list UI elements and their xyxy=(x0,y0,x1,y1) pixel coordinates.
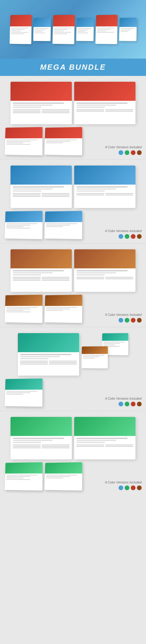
pm-line xyxy=(6,392,30,393)
persp-mockup-5b-body xyxy=(45,473,82,480)
fm-line xyxy=(77,442,105,443)
persp-mockup-1b xyxy=(44,127,82,156)
fm-col-line xyxy=(77,111,104,112)
hc-line xyxy=(54,33,67,34)
color-dot xyxy=(131,234,135,239)
hc-line xyxy=(34,28,48,29)
hero-card-3-body xyxy=(53,26,74,35)
fm-col-line xyxy=(105,444,133,445)
pm-line xyxy=(6,391,37,392)
fm-col-line xyxy=(105,277,133,278)
flat-mockup-5a xyxy=(11,417,72,459)
persp-mockup-3b-top xyxy=(45,295,82,306)
fm-col-line xyxy=(13,277,41,278)
fm-col-line xyxy=(20,364,48,364)
section-1-flat-row xyxy=(4,82,142,124)
color-dot xyxy=(125,318,129,323)
pm-line xyxy=(6,144,30,145)
flat-mockup-5a-top xyxy=(11,417,72,436)
section-panel-2: 4 Color Versions Included xyxy=(0,159,146,243)
persp-mockup-4a-body xyxy=(5,390,42,396)
persp-mockup-3a-top xyxy=(5,295,43,306)
fm-col-line xyxy=(49,361,77,362)
fm-cols xyxy=(13,444,69,448)
pm-line xyxy=(46,475,77,476)
fm-col xyxy=(77,277,104,279)
fm-col-line xyxy=(105,109,133,110)
flat-mockup-5b-top xyxy=(74,417,135,436)
fm-line xyxy=(77,270,128,271)
fm-col xyxy=(13,277,41,281)
pm-line xyxy=(46,226,63,227)
fm-col-line xyxy=(42,111,69,112)
persp-mockup-1a-body xyxy=(5,138,43,146)
fc-line xyxy=(103,342,125,343)
pm-line xyxy=(46,225,70,226)
hero-card-1-top xyxy=(10,15,32,26)
hc-line xyxy=(120,30,131,30)
flat-mockup-4a xyxy=(18,333,79,376)
section-2-color-info: 4 Color Versions Included xyxy=(105,229,142,239)
flat-mockup-1a-body xyxy=(11,101,72,115)
fm-line xyxy=(13,103,64,104)
hc-line xyxy=(97,29,110,30)
fm-cols xyxy=(13,109,69,113)
persp-mockup-4a xyxy=(5,379,43,407)
section-2-persp-group xyxy=(4,211,82,239)
color-versions-label-2: 4 Color Versions Included xyxy=(105,229,142,233)
hc-line xyxy=(54,32,71,33)
section-panel-5: 4 Color Versions Included xyxy=(0,411,146,495)
flat-mockup-4a-body xyxy=(18,352,79,366)
pm-line xyxy=(6,311,30,312)
pm-line xyxy=(46,142,63,143)
fm-col xyxy=(42,444,69,448)
pm-line xyxy=(46,139,77,140)
persp-mockup-3b xyxy=(44,295,82,323)
color-versions-label-3: 4 Color Versions Included xyxy=(105,313,142,316)
fc-line xyxy=(103,343,120,344)
flat-mockup-1a-top xyxy=(11,82,72,101)
pm-line xyxy=(6,223,37,224)
hero-card-6 xyxy=(119,18,137,41)
color-dots-2 xyxy=(119,234,142,239)
fm-line xyxy=(20,354,71,355)
fm-col-line xyxy=(13,109,41,110)
hero-card-1-body xyxy=(10,26,32,35)
hero-card-4 xyxy=(76,18,94,41)
fm-line xyxy=(77,190,105,192)
pm-line xyxy=(6,394,23,395)
color-dot xyxy=(131,150,135,155)
section-5-persp-group xyxy=(4,462,82,490)
fm-line xyxy=(77,188,116,190)
fm-col xyxy=(20,361,48,364)
fm-line xyxy=(77,274,105,275)
hc-line xyxy=(11,29,24,30)
fm-col-line xyxy=(42,196,69,197)
persp-mockup-2b xyxy=(44,211,82,239)
fm-col xyxy=(77,444,104,447)
fm-line xyxy=(13,186,64,188)
persp-mockup-1b-body xyxy=(45,138,82,144)
fm-cols xyxy=(20,361,77,364)
flat-mockup-3b-body xyxy=(74,268,135,281)
persp-mockup-3b-body xyxy=(45,306,82,312)
fm-col-line xyxy=(13,195,41,195)
section-3-flat-row xyxy=(4,249,142,292)
fm-col xyxy=(13,444,41,448)
fm-col-line xyxy=(42,112,69,113)
hc-line xyxy=(11,33,24,34)
fm-col-line xyxy=(105,111,133,112)
color-dot xyxy=(131,318,135,323)
color-dot xyxy=(131,485,135,490)
fm-col-line xyxy=(42,280,69,281)
pm-line xyxy=(6,310,23,311)
hc-line xyxy=(11,28,28,28)
pm-line xyxy=(6,479,30,480)
persp-mockup-2b-top xyxy=(45,211,82,222)
fm-line xyxy=(13,107,41,108)
pm-line xyxy=(46,310,63,311)
color-dots-5 xyxy=(119,485,142,490)
hero-card-2-body xyxy=(33,27,51,35)
pm-line xyxy=(6,225,30,226)
hero-card-5 xyxy=(95,15,117,44)
